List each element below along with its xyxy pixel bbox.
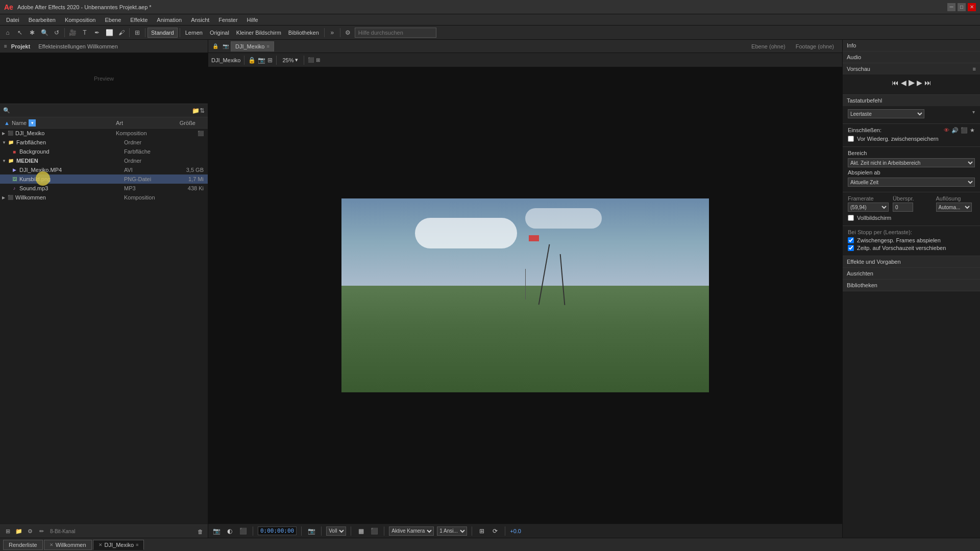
toolbar-lernen[interactable]: Lernen <box>182 30 206 36</box>
keyboard-shortcut-header[interactable]: Tastaturbefehl <box>843 95 980 106</box>
delete-icon[interactable]: 🗑 <box>195 527 205 536</box>
region-icon[interactable]: ⬛ <box>369 526 379 536</box>
expand-icon[interactable]: ▶ <box>2 131 5 136</box>
zoom-control[interactable]: 25% ▾ <box>280 56 300 64</box>
new-folder-icon[interactable]: 📁 <box>192 107 200 114</box>
preview-section-header[interactable]: Vorschau ≡ <box>843 63 980 74</box>
menu-animation[interactable]: Animation <box>153 16 186 24</box>
comp-flowchart-icon[interactable]: ⊞ <box>477 526 487 536</box>
skip-to-start-button[interactable]: ⏮ <box>892 79 899 87</box>
skip-to-end-button[interactable]: ⏭ <box>924 79 932 87</box>
align-tool[interactable]: ⊞ <box>132 27 143 38</box>
frame-toggle-icon[interactable]: ⬛ <box>961 127 968 134</box>
menu-komposition[interactable]: Komposition <box>61 16 100 24</box>
toolbar-original[interactable]: Original <box>207 30 232 36</box>
list-item[interactable]: 🖼 Kursbild.png PNG-Datei 1,7 Mi <box>0 174 208 184</box>
libraries-section-header[interactable]: Bibliotheken <box>843 280 980 291</box>
camera-tool[interactable]: 🎥 <box>67 27 78 38</box>
fit-view-icon[interactable]: ⬛ <box>308 57 314 63</box>
menu-hilfe[interactable]: Hilfe <box>243 16 262 24</box>
preview-menu-icon[interactable]: ≡ <box>973 66 976 72</box>
text-tool[interactable]: T <box>79 27 90 38</box>
hand-tool[interactable]: ✱ <box>27 27 38 38</box>
viewer-lock-icon[interactable]: 🔒 <box>248 57 256 64</box>
list-item[interactable]: ▶ ⬛ DJI_Mexiko Komposition ⬛ <box>0 129 208 138</box>
video-toggle-icon[interactable]: 👁 <box>944 127 949 134</box>
reset-icon[interactable]: ⟳ <box>490 526 500 536</box>
effects-toggle-icon[interactable]: ★ <box>970 127 975 134</box>
project-search-input[interactable] <box>12 106 192 115</box>
zwischengesp-checkbox[interactable] <box>848 237 854 243</box>
zoom-tool[interactable]: 🔍 <box>39 27 50 38</box>
footage-settings-icon[interactable]: ⚙ <box>26 527 35 536</box>
transparency-icon[interactable]: ▦ <box>356 526 366 536</box>
effects-section-header[interactable]: Effekte und Vorgaben <box>843 256 980 267</box>
willkommen-tab[interactable]: ✕ Willkommen <box>44 540 92 550</box>
list-item[interactable]: ♪ Sound.mp3 MP3 438 Ki <box>0 184 208 193</box>
resolution-select[interactable]: Automa... <box>936 203 972 212</box>
list-item[interactable]: ■ Background Farbfläche <box>0 147 208 156</box>
expand-icon[interactable]: ▼ <box>2 159 6 163</box>
pen-tool[interactable]: ✒ <box>91 27 103 38</box>
more-workspaces-button[interactable]: » <box>327 27 338 38</box>
settings-icon[interactable]: ⚙ <box>342 27 354 38</box>
comp-tab-menu-icon[interactable]: ≡ <box>266 44 269 49</box>
new-comp-icon[interactable]: ⊞ <box>3 527 12 536</box>
project-tab-label[interactable]: Projekt <box>11 43 30 49</box>
quality-select[interactable]: Voll <box>326 527 346 536</box>
minimize-button[interactable]: ─ <box>947 3 955 11</box>
home-tool[interactable]: ⌂ <box>2 27 13 38</box>
skip-input[interactable] <box>893 203 913 212</box>
snapshot-icon[interactable]: 📷 <box>306 526 316 536</box>
audio-toggle-icon[interactable]: 🔊 <box>951 127 959 134</box>
list-item[interactable]: ▼ 📁 Farbflächen Ordner <box>0 138 208 147</box>
shortcut-dropdown-icon[interactable]: ▾ <box>972 109 975 118</box>
sort-icon[interactable]: ⇅ <box>200 107 205 114</box>
rotate-tool[interactable]: ↺ <box>51 27 62 38</box>
vor-wiederg-checkbox[interactable] <box>848 136 854 142</box>
list-item[interactable]: ▶ ⬛ Willkommen Komposition <box>0 193 208 202</box>
renderliste-tab[interactable]: Renderliste <box>3 540 43 550</box>
viewer-grid-icon[interactable]: ⊞ <box>267 57 273 64</box>
camera-select[interactable]: Aktive Kamera <box>389 527 434 536</box>
draft-icon[interactable]: ⬛ <box>238 526 248 536</box>
align-section-header[interactable]: Ausrichten <box>843 268 980 279</box>
audio-section-header[interactable]: Audio <box>843 52 980 63</box>
framerate-select[interactable]: (59,94) <box>848 203 889 212</box>
menu-ebene[interactable]: Ebene <box>101 16 125 24</box>
preview-icon[interactable]: 📷 <box>211 526 222 536</box>
shortcut-select[interactable]: Leertaste <box>848 109 924 118</box>
col-options-button[interactable]: ▾ <box>29 119 36 127</box>
info-section-header[interactable]: Info <box>843 40 980 51</box>
menu-fenster[interactable]: Fenster <box>214 16 241 24</box>
menu-datei[interactable]: Datei <box>2 16 23 24</box>
dji-mexiko-tab[interactable]: ✕ DJI_Mexiko ≡ <box>93 540 144 550</box>
comp-tab-viewer[interactable]: DJI_Mexiko <box>211 57 240 63</box>
paint-tool[interactable]: 🖌 <box>116 27 127 38</box>
panel-menu-icon[interactable]: ≡ <box>4 43 7 49</box>
expand-icon[interactable]: ▶ <box>2 195 5 200</box>
view-select[interactable]: 1 Ansi... <box>437 527 467 536</box>
menu-bearbeiten[interactable]: Bearbeiten <box>24 16 60 24</box>
motion-blur-icon[interactable]: ◐ <box>225 526 235 536</box>
toolbar-bibliotheken[interactable]: Bibliotheken <box>285 30 322 36</box>
willkommen-close-icon[interactable]: ✕ <box>50 542 54 547</box>
fullscreen-checkbox[interactable] <box>848 215 854 221</box>
toolbar-kleiner[interactable]: Kleiner Bildschirm <box>233 30 284 36</box>
bereich-select[interactable]: Akt. Zeit nicht in Arbeitsbereich <box>848 158 975 167</box>
grid-overlay-icon[interactable]: ⊞ <box>316 57 320 63</box>
dji-close-icon[interactable]: ✕ <box>99 542 103 547</box>
effects-tab-label[interactable]: Effekteinstellungen Willkommen <box>38 43 118 49</box>
viewer-camera-icon[interactable]: 📷 <box>258 57 265 64</box>
next-frame-button[interactable]: ▶ <box>917 79 922 87</box>
timecode-display[interactable]: 0;00;00;00 <box>258 527 297 535</box>
dji-tab-menu-icon[interactable]: ≡ <box>136 542 138 547</box>
close-button[interactable]: ✕ <box>968 3 976 11</box>
new-folder-icon[interactable]: 📁 <box>14 527 23 536</box>
comp-tab-dji[interactable]: DJI_Mexiko ≡ <box>231 41 274 52</box>
menu-ansicht[interactable]: Ansicht <box>187 16 213 24</box>
zeitp-checkbox[interactable] <box>848 245 854 251</box>
list-item[interactable]: ▶ DJI_Mexiko.MP4 AVI 3,5 GB <box>0 165 208 174</box>
select-tool[interactable]: ↖ <box>14 27 26 38</box>
shape-tool[interactable]: ⬜ <box>104 27 115 38</box>
